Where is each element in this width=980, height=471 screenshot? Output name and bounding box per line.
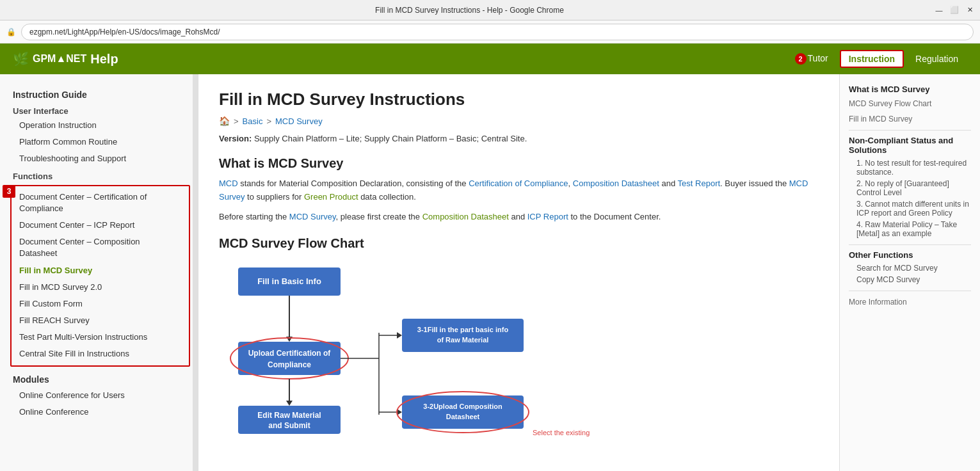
browser-title: Fill in MCD Survey Instructions - Help -… [5,6,934,15]
flow-label-part-basic-2: of Raw Material [437,336,489,344]
flow-label-part-basic-1: 3-1Fill in the part basic info [417,326,509,333]
app-title: Help [90,52,118,67]
close-button[interactable]: ✕ [965,5,975,15]
sidebar-item-doc-center-composition[interactable]: Document Center – Composition Datasheet [12,234,189,262]
sidebar-item-fill-reach-survey[interactable]: Fill REACH Survey [12,312,189,329]
browser-controls: — ⬜ ✕ [934,5,975,15]
right-panel-non-compliant-list: 1. No test result for test-required subs… [856,157,971,239]
right-panel-more-info-link[interactable]: More Information [849,296,971,308]
breadcrumb-home-icon[interactable]: 🏠 [219,116,230,126]
maximize-button[interactable]: ⬜ [949,5,960,15]
flow-label-upload-coc-2: Compliance [268,360,311,369]
flow-box-part-basic-info [402,319,524,352]
sidebar-item-troubleshooting[interactable]: Troubleshooting and Support [0,150,198,167]
right-panel-more-info: More Information [849,296,971,308]
app-header: 🌿 GPM▲NET Help 2Tutor Instruction Regula… [0,44,980,74]
breadcrumb-sep-1: > [234,116,239,126]
main-container: Instruction Guide User Interface Operati… [0,74,980,471]
flow-label-edit-raw-1: Edit Raw Material [257,411,321,420]
test-report-link[interactable]: Test Report [678,179,720,188]
mcd-description-2: Before starting the MCD Survey, please f… [219,211,819,224]
nav-instruction[interactable]: Instruction [840,50,904,68]
app-logo: 🌿 GPM▲NET [13,51,86,67]
flow-outside-text: Select the existing files from the [533,429,590,436]
breadcrumb-mcd-survey[interactable]: MCD Survey [275,116,323,126]
logo-leaf-icon: 🌿 [13,51,29,67]
browser-title-bar: Fill in MCD Survey Instructions - Help -… [0,0,980,20]
right-panel: What is MCD Survey MCD Survey Flow Chart… [839,74,980,471]
right-panel-divider-3 [849,291,971,291]
flow-chart: Fill in Basic Info Upload Certification … [219,261,819,440]
flow-label-fill-basic-info: Fill in Basic Info [257,276,321,286]
flow-label-composition-2: Datasheet [446,413,480,420]
right-panel-copy-mcd[interactable]: Copy MCD Survey [856,274,971,285]
sidebar-item-fill-mcd-survey[interactable]: Fill in MCD Survey [12,262,189,279]
sidebar-item-fill-mcd-survey-2[interactable]: Fill in MCD Survey 2.0 [12,279,189,296]
page-title: Fill in MCD Survey Instructions [219,90,819,109]
flow-arrow-3 [397,332,402,339]
right-panel-other-functions: Other Functions Search for MCD Survey Co… [849,250,971,285]
header-nav: 2Tutor Instruction Regulation [786,49,967,68]
sidebar-item-fill-custom-form[interactable]: Fill Custom Form [12,296,189,312]
sidebar-item-online-conference[interactable]: Online Conference [0,404,198,420]
icp-report-link[interactable]: ICP Report [527,212,568,221]
right-panel-other-list: Search for MCD Survey Copy MCD Survey [856,262,971,285]
breadcrumb-sep-2: > [266,116,271,126]
right-panel-nc-3[interactable]: 3. Cannot match different units in ICP r… [856,198,971,219]
nav-regulation[interactable]: Regulation [906,50,967,68]
content-area: Fill in MCD Survey Instructions 🏠 > Basi… [198,74,839,471]
nav-tutorial[interactable]: 2Tutor [786,49,837,68]
right-panel-divider-2 [849,244,971,245]
sidebar-item-online-conference-users[interactable]: Online Conference for Users [0,387,198,404]
sidebar-modules-title: Modules [0,369,198,387]
version-value: Supply Chain Platform – Lite; Supply Cha… [254,134,527,143]
right-panel-nc-1[interactable]: 1. No test result for test-required subs… [856,157,971,178]
sidebar-item-doc-center-coc[interactable]: Document Center – Certification of Compl… [12,189,189,217]
mcd-survey-link-2[interactable]: MCD Survey [289,212,336,221]
composition-link[interactable]: Composition Datasheet [573,179,659,188]
right-panel-nc-4[interactable]: 4. Raw Material Policy – Take [Metal] as… [856,219,971,239]
flow-label-composition-1: 3-2Upload Composition [423,403,502,410]
address-input[interactable] [21,24,974,40]
lock-icon: 🔒 [6,28,16,36]
right-panel-search-mcd[interactable]: Search for MCD Survey [856,262,971,274]
version-text: Version: Supply Chain Platform – Lite; S… [219,134,819,143]
right-panel-nc-2[interactable]: 2. No reply of [Guaranteed] Control Leve… [856,178,971,198]
sidebar-item-central-site-fill[interactable]: Central Site Fill in Instructions [12,346,189,362]
flow-box-upload-coc [238,342,341,375]
flow-label-edit-raw-2: and Submit [268,421,310,430]
version-label: Version: [219,134,252,143]
right-panel-non-compliant-heading: Non-Compliant Status and Solutions [849,136,971,155]
right-panel-flow-chart-link[interactable]: MCD Survey Flow Chart [849,98,971,109]
right-panel-fill-mcd: Fill in MCD Survey [849,113,971,125]
tutorial-badge: 2 [795,53,807,65]
sidebar-subsection-user-interface: User Interface [0,102,198,117]
sidebar-item-test-part-multi-version[interactable]: Test Part Multi-Version Instructions [12,329,189,346]
mcd-link[interactable]: MCD [219,179,238,188]
right-panel-fill-mcd-link[interactable]: Fill in MCD Survey [849,113,971,125]
what-is-mcd-heading: What is MCD Survey [219,156,819,171]
right-panel-other-functions-heading: Other Functions [849,250,971,260]
functions-box: Document Center – Certification of Compl… [10,185,190,367]
sidebar-item-platform-common-routine[interactable]: Platform Common Routine [0,134,198,150]
sidebar-item-operation-instruction[interactable]: Operation Instruction [0,117,198,134]
breadcrumb-basic[interactable]: Basic [243,116,263,126]
coc-link[interactable]: Certification of Compliance [469,179,568,188]
flow-arrow-2 [286,401,293,406]
sidebar-guide-title: Instruction Guide [0,84,198,102]
right-panel-what-is-mcd-heading: What is MCD Survey [849,84,971,94]
sidebar-item-doc-center-icp[interactable]: Document Center – ICP Report [12,217,189,234]
breadcrumb: 🏠 > Basic > MCD Survey [219,116,819,126]
flow-chart-svg: Fill in Basic Info Upload Certification … [219,261,590,440]
composition-datasheet-link[interactable]: Composition Datasheet [422,212,509,221]
mcd-description-1: MCD stands for Material Composition Decl… [219,177,819,204]
flow-chart-heading: MCD Survey Flow Chart [219,236,819,251]
flow-box-upload-composition [402,395,524,429]
address-bar: 🔒 [0,20,980,44]
minimize-button[interactable]: — [934,5,944,15]
logo-brand: GPM▲NET [33,53,86,65]
functions-badge: 3 [3,185,15,198]
sidebar-subsection-functions: Functions [0,168,198,182]
flow-label-upload-coc-1: Upload Certification of [248,349,332,358]
right-panel-non-compliant: Non-Compliant Status and Solutions 1. No… [849,136,971,239]
